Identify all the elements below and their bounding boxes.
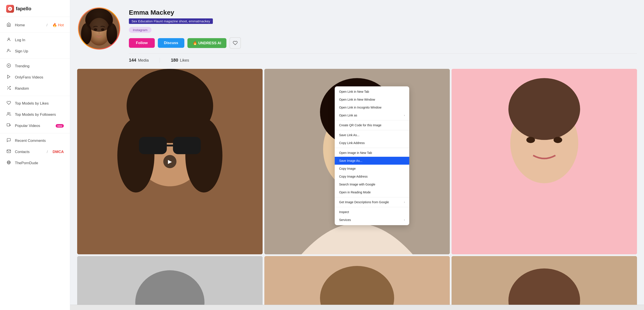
cm-open-link-as[interactable]: Open Link as › (335, 111, 409, 119)
divider-2 (0, 58, 70, 59)
main-content: Emma Mackey Sex Education Flaunt magazin… (70, 0, 644, 310)
sidebar: fapello Home / 🔥 Hot Log In Sign Up (0, 0, 70, 310)
sidebar-item-trending[interactable]: Trending (0, 60, 70, 72)
sidebar-item-top-likes[interactable]: Top Models by Likes (0, 98, 70, 109)
cm-divider-4 (335, 197, 409, 197)
likes-stat: 180 Likes (160, 58, 200, 63)
dmca-label: DMCA (52, 150, 64, 154)
signup-label: Sign Up (15, 49, 64, 54)
cm-open-incognito[interactable]: Open Link in Incognito Window (335, 104, 409, 111)
svg-rect-12 (7, 124, 10, 126)
cm-copy-image-address[interactable]: Copy Image Address (335, 172, 409, 180)
media-card-3[interactable] (452, 69, 637, 254)
avatar (79, 8, 119, 49)
logo-icon (6, 5, 14, 13)
discuss-button[interactable]: Discuss (158, 38, 184, 48)
get-descriptions-arrow: › (404, 200, 405, 204)
heart-icon (6, 101, 12, 106)
profile-name: Emma Mackey (129, 9, 637, 16)
video-icon (6, 123, 12, 128)
instagram-tag[interactable]: Instagram (129, 27, 152, 33)
svg-point-28 (117, 118, 154, 192)
top-followers-label: Top Models by Followers (15, 112, 64, 117)
open-link-as-arrow: › (404, 114, 405, 117)
person-add-icon (6, 48, 12, 54)
cm-copy-image[interactable]: Copy Image (335, 165, 409, 172)
cm-open-new-window[interactable]: Open Link in New Window (335, 96, 409, 104)
play-icon (6, 74, 12, 80)
cm-create-qr[interactable]: Create QR Code for this Image (335, 121, 409, 129)
profile-info: Emma Mackey Sex Education Flaunt magazin… (129, 6, 637, 63)
cm-open-reading[interactable]: Open in Reading Mode (335, 188, 409, 196)
undress-button[interactable]: 🔥 UNDRESS AI (188, 38, 226, 48)
sidebar-item-onlyfans[interactable]: OnlyFans Videos (0, 72, 70, 83)
media-card-6[interactable] (452, 256, 637, 310)
home-icon (6, 22, 12, 28)
logo-text: fapello (16, 6, 31, 12)
svg-point-43 (554, 137, 562, 143)
media-card-4[interactable] (77, 256, 262, 310)
context-menu: Open Link in New Tab Open Link in New Wi… (335, 86, 409, 225)
sidebar-item-signup[interactable]: Sign Up (0, 46, 70, 57)
divider-1 (0, 32, 70, 33)
like-button[interactable] (230, 37, 241, 49)
globe-icon (6, 160, 12, 166)
cm-copy-link[interactable]: Copy Link Address (335, 139, 409, 147)
pornhub-label: ThePornDude (15, 161, 64, 165)
profile-stats: 144 Media 180 Likes (129, 54, 637, 63)
svg-point-1 (8, 49, 9, 51)
cm-open-image-tab[interactable]: Open Image in New Tab (335, 149, 409, 157)
sidebar-item-recent-comments[interactable]: Recent Comments (0, 135, 70, 146)
cm-divider-2 (335, 130, 409, 130)
avatar-ring (77, 6, 121, 50)
divider-3 (0, 96, 70, 96)
svg-line-10 (7, 86, 8, 87)
comment-icon (6, 138, 12, 144)
sidebar-item-random[interactable]: Random (0, 83, 70, 94)
cm-divider-5 (335, 207, 409, 207)
sidebar-item-home[interactable]: Home / 🔥 Hot (0, 20, 70, 31)
svg-point-24 (86, 10, 112, 32)
new-badge: new (56, 124, 64, 128)
profile-avatar-wrap (77, 6, 121, 50)
cm-open-new-tab[interactable]: Open Link in New Tab (335, 88, 409, 96)
home-label: Home (15, 23, 42, 28)
divider-4 (0, 133, 70, 133)
sidebar-item-contacts[interactable]: Contacts / DMCA (0, 146, 70, 158)
top-likes-label: Top Models by Likes (15, 101, 64, 106)
media-stat: 144 Media (129, 58, 160, 63)
profile-actions: Follow Discuss 🔥 UNDRESS AI (129, 37, 637, 49)
media-label: Media (138, 58, 148, 63)
random-label: Random (15, 86, 64, 91)
likes-label: Likes (180, 58, 189, 63)
contacts-label: Contacts (15, 150, 42, 154)
media-card-5[interactable] (264, 256, 450, 310)
svg-point-42 (526, 137, 535, 143)
cm-save-link-as[interactable]: Save Link As... (335, 131, 409, 139)
onlyfans-label: OnlyFans Videos (15, 75, 64, 80)
trending-label: Trending (15, 64, 64, 68)
sidebar-item-pornhub[interactable]: ThePornDude (0, 158, 70, 168)
sidebar-item-login[interactable]: Log In (0, 34, 70, 46)
likes-count: 180 (171, 58, 178, 63)
cm-services[interactable]: Services › (335, 216, 409, 224)
logo: fapello (0, 0, 70, 17)
recent-comments-label: Recent Comments (15, 138, 64, 143)
login-label: Log In (15, 38, 64, 42)
sidebar-item-popular-videos[interactable]: Popular Videos new (0, 120, 70, 131)
shuffle-icon (6, 86, 12, 91)
cm-search-google[interactable]: Search Image with Google (335, 180, 409, 188)
cm-get-descriptions[interactable]: Get Image Descriptions from Google › (335, 198, 409, 206)
sidebar-item-top-followers[interactable]: Top Models by Followers (0, 109, 70, 120)
svg-point-0 (8, 38, 10, 40)
play-button-1[interactable]: ▶ (163, 155, 176, 168)
media-card-1[interactable]: ▶ (77, 69, 262, 254)
svg-marker-13 (10, 124, 10, 126)
cm-inspect[interactable]: Inspect (335, 208, 409, 216)
svg-rect-30 (139, 137, 167, 154)
follow-button[interactable]: Follow (129, 38, 155, 48)
cm-save-image-as[interactable]: Save Image As... (335, 157, 409, 165)
trending-icon (6, 63, 12, 69)
status-bar: https://fapello.com/emma-mackey/144/ (0, 305, 644, 310)
popular-videos-label: Popular Videos (15, 124, 51, 128)
